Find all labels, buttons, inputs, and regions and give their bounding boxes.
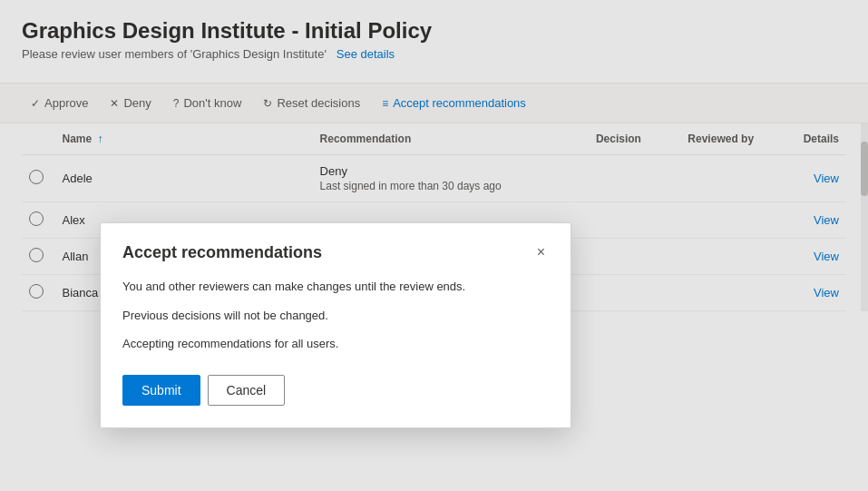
- modal-body-line3: Accepting recommendations for all users.: [122, 335, 549, 353]
- modal-body: You and other reviewers can make changes…: [122, 278, 549, 353]
- modal-footer: Submit Cancel: [122, 375, 549, 406]
- modal-close-button[interactable]: ×: [533, 241, 549, 263]
- modal-title: Accept recommendations: [122, 243, 322, 262]
- accept-recommendations-modal: Accept recommendations × You and other r…: [100, 222, 571, 428]
- main-page: Graphics Design Institute - Initial Poli…: [0, 0, 868, 491]
- modal-submit-button[interactable]: Submit: [122, 375, 200, 406]
- modal-body-line1: You and other reviewers can make changes…: [122, 278, 549, 296]
- modal-cancel-button[interactable]: Cancel: [208, 375, 286, 406]
- modal-header: Accept recommendations ×: [122, 241, 549, 263]
- modal-body-line2: Previous decisions will not be changed.: [122, 307, 549, 325]
